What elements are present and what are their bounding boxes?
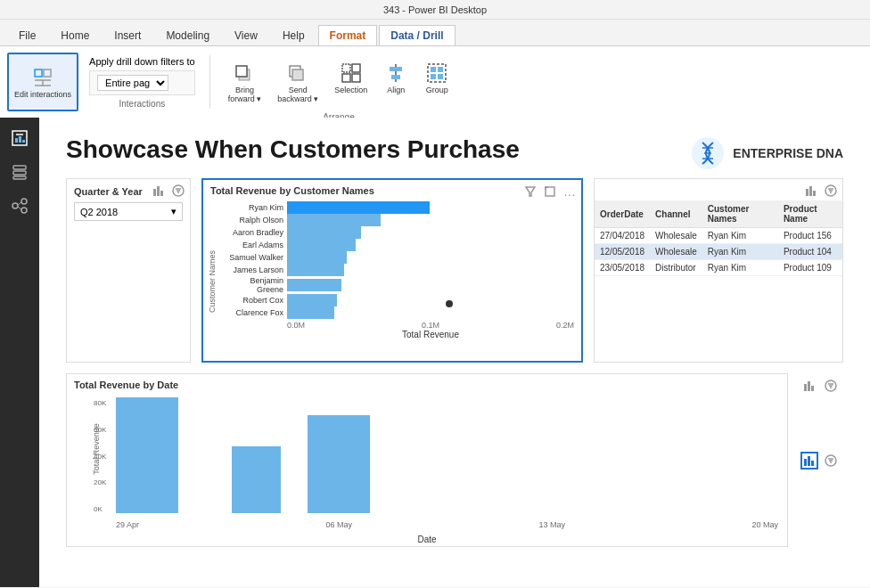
- cell-date-0: 27/04/2018: [595, 228, 650, 244]
- interactions-group-label: Interactions: [89, 95, 195, 109]
- tab-help[interactable]: Help: [271, 25, 316, 45]
- svg-rect-61: [804, 459, 807, 466]
- arrange-buttons: Bring forward ▾ Send backward ▾: [221, 52, 457, 112]
- send-backward-icon: [285, 61, 310, 86]
- edit-interactions-button[interactable]: Edit interactions: [7, 53, 78, 111]
- svg-point-31: [21, 208, 27, 213]
- svg-rect-20: [438, 74, 443, 79]
- svg-rect-6: [236, 66, 247, 77]
- top-row: Quarter & Year Q2 2018 ▾: [66, 178, 843, 363]
- sidebar-item-model[interactable]: [6, 192, 33, 219]
- svg-rect-54: [804, 384, 807, 391]
- col-product: Product Name: [778, 200, 842, 228]
- tab-home[interactable]: Home: [49, 25, 101, 45]
- app-layout: ENTERPRISE DNA Showcase When Customers P…: [0, 118, 870, 587]
- svg-point-29: [12, 203, 18, 208]
- bar-row-1: Ralph Olson: [221, 214, 574, 226]
- vertical-bars: [116, 399, 778, 513]
- svg-rect-55: [808, 381, 810, 391]
- send-backward-button[interactable]: Send backward ▾: [270, 55, 325, 109]
- bar-chart-bars: Ryan Kim Ralph Olson Aaron Bradley: [221, 201, 574, 361]
- slicer-chevron: ▾: [171, 206, 176, 217]
- sidebar-item-data[interactable]: [6, 159, 33, 185]
- right-chart-icon[interactable]: [800, 377, 818, 395]
- sidebar-item-report[interactable]: [6, 125, 33, 151]
- slicer-top-icons: [151, 183, 186, 199]
- cell-date-2: 23/05/2018: [595, 260, 650, 276]
- bring-forward-button[interactable]: Bring forward ▾: [221, 55, 269, 109]
- tab-view[interactable]: View: [223, 25, 269, 45]
- apply-filter-label: Apply drill down filters to: [89, 56, 195, 67]
- bar-chart-y-label: Customer Names: [208, 249, 217, 312]
- cell-channel-2: Distributor: [650, 260, 702, 276]
- svg-point-30: [21, 199, 27, 204]
- tab-modeling[interactable]: Modeling: [154, 25, 221, 45]
- slicer-chart-icon[interactable]: [151, 183, 167, 199]
- svg-rect-48: [809, 186, 812, 196]
- svg-rect-10: [352, 64, 360, 72]
- svg-rect-46: [546, 187, 554, 196]
- svg-rect-0: [35, 69, 42, 77]
- bar-chart-x-title: Total Revenue: [221, 330, 574, 343]
- align-label: Align: [387, 86, 405, 94]
- slicer-panel: Quarter & Year Q2 2018 ▾: [66, 178, 191, 363]
- bar-3-fill: [287, 239, 356, 251]
- right-filter-icon[interactable]: [822, 377, 840, 395]
- svg-rect-62: [808, 456, 810, 466]
- svg-rect-27: [13, 171, 26, 175]
- bar-row-8: Clarence Fox: [221, 306, 574, 319]
- bottom-chart-title: Total Revenue by Date: [67, 374, 787, 392]
- ribbon-content: Edit interactions Apply drill down filte…: [0, 46, 870, 118]
- col-customer: Customer Names: [702, 200, 778, 228]
- v-bar-apr: [116, 397, 178, 513]
- bar-1-fill: [287, 214, 381, 226]
- interactions-group: Apply drill down filters to Entire page …: [82, 53, 202, 112]
- send-backward-label2: backward ▾: [277, 94, 318, 103]
- bottom-right-highlight-icon[interactable]: [800, 452, 818, 470]
- dna-logo-icon: [690, 135, 726, 171]
- svg-rect-39: [157, 186, 160, 196]
- filter-scope-select[interactable]: Entire page Selected visual: [97, 75, 168, 91]
- slicer-value: Q2 2018: [80, 207, 118, 217]
- slicer-filter-icon[interactable]: [170, 183, 186, 199]
- bar-row-7: Robert Cox: [221, 294, 574, 306]
- bring-forward-icon: [232, 61, 257, 86]
- bottom-right-filter-icon[interactable]: [822, 452, 840, 470]
- v-bar-late-may: [308, 415, 370, 513]
- group-icon: [424, 61, 449, 86]
- tab-insert[interactable]: Insert: [103, 25, 152, 45]
- bottom-row: Total Revenue by Date Total Revenue 80K …: [66, 373, 843, 547]
- bar-row-2: Aaron Bradley: [221, 226, 574, 239]
- svg-rect-19: [431, 74, 436, 79]
- filter-checkbox-area: Entire page Selected visual: [89, 70, 195, 95]
- bar-0-fill: [287, 201, 430, 214]
- table-row: 27/04/2018 Wholesale Ryan Kim Product 15…: [595, 228, 842, 244]
- tab-file[interactable]: File: [7, 25, 47, 45]
- tab-format[interactable]: Format: [318, 25, 378, 45]
- x-date-labels: 29 Apr 06 May 13 May 20 May: [116, 520, 778, 529]
- svg-line-33: [18, 207, 21, 209]
- bar-row-4: Samuel Walker: [221, 251, 574, 264]
- bar-row-3: Earl Adams: [221, 239, 574, 251]
- align-icon: [383, 61, 408, 86]
- cell-channel-0: Wholesale: [650, 228, 702, 244]
- bar-7-fill: [287, 294, 337, 306]
- table-filter-icon[interactable]: [823, 183, 839, 199]
- selection-button[interactable]: Selection: [327, 55, 374, 100]
- tab-data-drill[interactable]: Data / Drill: [379, 25, 455, 45]
- cell-customer-0: Ryan Kim: [702, 228, 778, 244]
- table-top-icons: [803, 183, 839, 199]
- group-button[interactable]: Group: [417, 55, 456, 100]
- arrange-group: Bring forward ▾ Send backward ▾: [218, 50, 461, 114]
- svg-rect-24: [19, 136, 21, 143]
- bar-row-0: Ryan Kim: [221, 201, 574, 214]
- svg-rect-8: [292, 69, 303, 80]
- align-button[interactable]: Align: [376, 55, 415, 100]
- bar-chart-panel: … Total Revenue by Customer Names Custom…: [201, 178, 583, 363]
- right-side-icons: [799, 373, 843, 547]
- svg-rect-47: [806, 189, 808, 196]
- svg-rect-28: [13, 176, 26, 179]
- bar-row-5: James Larson: [221, 264, 574, 276]
- slicer-dropdown[interactable]: Q2 2018 ▾: [74, 202, 183, 221]
- table-chart-icon[interactable]: [803, 183, 819, 199]
